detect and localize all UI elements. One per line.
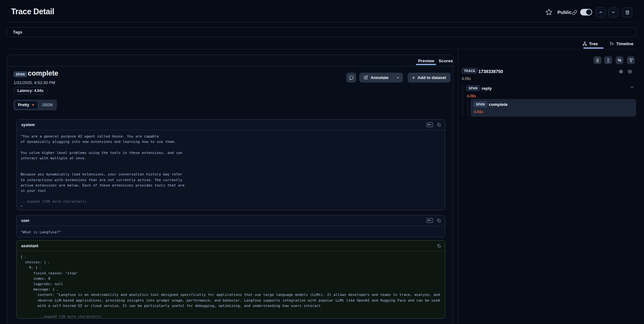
message-role: system <box>21 123 35 127</box>
code-line: index: 0 <box>21 276 441 281</box>
trace-duration: 4.08s <box>462 76 471 81</box>
code-line: finish_reason: "stop" <box>21 271 441 276</box>
code-line <box>21 161 441 166</box>
tab-preview[interactable]: Preview <box>418 58 434 63</box>
message-header: system M↓ <box>17 119 445 130</box>
code-line: { ⌄ <box>21 254 441 260</box>
code-line <box>21 309 441 314</box>
observation-type-badge: SPAN <box>14 71 27 77</box>
share-link-icon[interactable] <box>572 10 577 15</box>
code-line: content: "Langfuse is an observability a… <box>21 292 441 297</box>
span-reply-row[interactable]: reply <box>482 86 492 91</box>
comment-button[interactable] <box>346 73 356 83</box>
markdown-icon[interactable]: M↓ <box>427 122 433 127</box>
chevrons-collapse-icon <box>606 58 611 63</box>
user-message-content: "What is Langfuse?" <box>17 226 445 237</box>
header-divider <box>7 22 637 22</box>
collapse-span-icon[interactable]: − <box>630 84 634 90</box>
expand-all-icon[interactable]: ⊕ <box>619 69 623 74</box>
trace-id[interactable]: 1738338750 <box>478 69 503 74</box>
tab-timeline[interactable]: Timeline <box>610 41 634 46</box>
code-line <box>21 193 441 199</box>
message-role: user <box>21 218 29 223</box>
collapse-node-icon[interactable]: ⌄ <box>38 266 42 270</box>
code-line: "You are a general purpose AI agent call… <box>21 134 441 139</box>
code-line: message: { ⌄ <box>21 287 441 292</box>
add-to-dataset-button[interactable]: + Add to dataset <box>408 73 451 83</box>
span-complete-duration: 4.04s <box>474 110 483 114</box>
system-message-panel: system M↓ "You are a general purpose AI … <box>16 119 445 210</box>
collapse-all-icon[interactable]: ⊖ <box>628 69 632 74</box>
code-line: " <box>21 204 441 210</box>
collapse-node-icon[interactable]: ⌄ <box>46 260 50 264</box>
code-line <box>21 144 441 150</box>
tab-scores[interactable]: Scores <box>439 58 453 63</box>
span-type-badge: SPAN <box>474 101 487 107</box>
tab-tree[interactable]: Tree <box>582 41 598 46</box>
next-trace-button[interactable] <box>608 7 618 17</box>
chevron-up-icon <box>598 10 603 15</box>
format-pretty-button[interactable]: Pretty ✦ <box>15 101 38 109</box>
expand-link[interactable]: ...expand (38 more characters) <box>21 314 441 319</box>
collapse-all-button[interactable] <box>604 56 612 64</box>
public-toggle[interactable] <box>580 9 592 15</box>
code-line: observe LLM-based applications, providin… <box>21 298 441 303</box>
edit-pencil-icon <box>363 75 368 80</box>
chevron-down-icon <box>396 76 400 80</box>
chat-bubble-icon <box>349 75 354 80</box>
annotate-dropdown-button[interactable] <box>393 73 403 83</box>
page-title: Trace Detail <box>11 7 54 16</box>
chevron-down-icon <box>611 10 616 15</box>
scores-annotation-button[interactable] <box>593 56 601 64</box>
tree-guide-line <box>463 85 463 116</box>
copy-icon[interactable] <box>437 123 441 127</box>
annotate-label: Annotate <box>371 75 388 80</box>
code-line: logprobs: null <box>21 281 441 287</box>
format-pretty-label: Pretty <box>18 103 29 107</box>
metrics-button[interactable]: % <box>616 56 623 64</box>
message-header: user M↓ <box>17 215 445 226</box>
sparkles-icon: ✦ <box>31 103 34 107</box>
toggle-knob <box>586 9 592 15</box>
message-header: assistant <box>17 241 445 251</box>
copy-icon[interactable] <box>437 218 441 223</box>
span-complete-row[interactable]: SPAN complete 4.04s <box>471 99 636 117</box>
code-line: active extensions are below. Each of the… <box>21 183 441 188</box>
delete-trace-button[interactable] <box>622 7 632 17</box>
filter-funnel-icon <box>629 58 633 63</box>
annotate-button[interactable]: Annotate <box>359 73 392 83</box>
span-reply-duration: 4.08s <box>467 94 476 98</box>
tree-guide-line <box>468 101 468 116</box>
format-json-button[interactable]: JSON <box>39 101 56 109</box>
format-toggle: Pretty ✦ JSON <box>14 100 57 110</box>
trace-detail-page: Trace Detail Public Tags Tre <box>0 0 644 324</box>
code-line: to interactions with extensions that are… <box>21 177 441 183</box>
trash-icon <box>625 10 630 15</box>
tags-section[interactable]: Tags <box>7 27 637 37</box>
public-label: Public <box>557 9 572 15</box>
code-line: with a self-hosted UI or cloud service. … <box>21 303 441 309</box>
message-role: assistant <box>21 244 38 248</box>
code-line: in your tool <box>21 188 441 193</box>
tags-label: Tags <box>13 30 22 34</box>
assistant-message-panel: assistant { ⌄ choices: [ ⌄ 0: { ⌄ finish… <box>16 240 445 319</box>
copy-icon[interactable] <box>437 244 441 248</box>
code-line <box>21 166 441 172</box>
format-json-label: JSON <box>42 103 53 107</box>
code-line: Because you dynamically load extensions,… <box>21 172 441 177</box>
favorite-star-icon[interactable] <box>545 9 552 15</box>
system-message-content: "You are a general purpose AI agent call… <box>17 130 445 210</box>
expand-link[interactable]: ...expand (596 more characters) <box>21 199 441 204</box>
preview-tab-underline <box>416 64 436 65</box>
code-line: of dynamically plugging into new extensi… <box>21 139 441 144</box>
filter-button[interactable] <box>627 56 635 64</box>
plus-icon: + <box>412 75 415 81</box>
collapse-node-icon[interactable]: ⌄ <box>23 255 27 259</box>
trace-type-badge: TRACE <box>462 68 477 74</box>
add-to-dataset-label: Add to dataset <box>417 75 446 80</box>
markdown-icon[interactable]: M↓ <box>427 218 433 223</box>
tree-tab-underline <box>583 47 604 49</box>
collapse-node-icon[interactable]: ⌄ <box>55 287 59 291</box>
previous-trace-button[interactable] <box>596 7 606 17</box>
span-complete-name: complete <box>489 102 507 107</box>
